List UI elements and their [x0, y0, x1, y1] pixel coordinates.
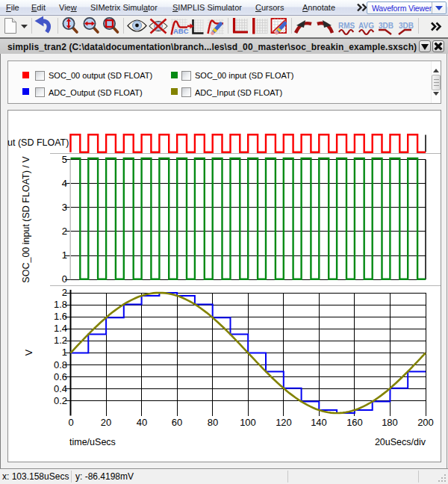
- svg-text:3DB: 3DB: [399, 22, 414, 30]
- svg-text:ABC: ABC: [173, 27, 189, 35]
- svg-text:AVG: AVG: [358, 22, 374, 30]
- svg-text:3DB: 3DB: [379, 22, 393, 30]
- svg-text:RMS: RMS: [338, 22, 355, 30]
